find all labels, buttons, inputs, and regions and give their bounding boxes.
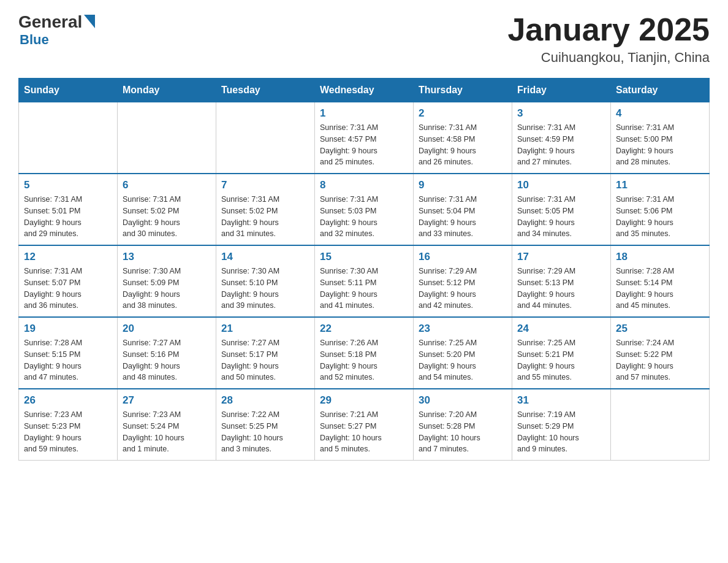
day-info: Sunrise: 7:31 AM Sunset: 5:05 PM Dayligh… xyxy=(517,194,605,240)
day-number: 28 xyxy=(221,394,309,407)
calendar-cell: 18Sunrise: 7:28 AM Sunset: 5:14 PM Dayli… xyxy=(611,245,710,317)
day-of-week-header: Saturday xyxy=(611,79,710,102)
calendar-cell: 8Sunrise: 7:31 AM Sunset: 5:03 PM Daylig… xyxy=(315,174,414,245)
day-of-week-header: Sunday xyxy=(19,79,118,102)
calendar-cell: 6Sunrise: 7:31 AM Sunset: 5:02 PM Daylig… xyxy=(118,174,216,245)
day-number: 3 xyxy=(517,107,605,120)
day-number: 4 xyxy=(616,107,704,120)
svg-marker-0 xyxy=(84,15,95,28)
day-number: 31 xyxy=(517,394,605,407)
day-info: Sunrise: 7:31 AM Sunset: 5:02 PM Dayligh… xyxy=(123,194,211,240)
day-number: 17 xyxy=(517,251,605,263)
day-number: 15 xyxy=(320,251,408,263)
day-info: Sunrise: 7:31 AM Sunset: 5:01 PM Dayligh… xyxy=(24,194,112,240)
calendar-cell: 27Sunrise: 7:23 AM Sunset: 5:24 PM Dayli… xyxy=(118,389,216,461)
day-number: 22 xyxy=(320,323,408,335)
calendar-cell: 10Sunrise: 7:31 AM Sunset: 5:05 PM Dayli… xyxy=(512,174,611,245)
calendar-cell: 17Sunrise: 7:29 AM Sunset: 5:13 PM Dayli… xyxy=(512,245,611,317)
day-number: 5 xyxy=(24,179,112,191)
day-number: 6 xyxy=(123,179,211,191)
day-info: Sunrise: 7:31 AM Sunset: 4:57 PM Dayligh… xyxy=(320,122,408,168)
day-info: Sunrise: 7:28 AM Sunset: 5:14 PM Dayligh… xyxy=(616,266,704,312)
calendar-cell: 21Sunrise: 7:27 AM Sunset: 5:17 PM Dayli… xyxy=(216,317,315,389)
calendar-cell: 12Sunrise: 7:31 AM Sunset: 5:07 PM Dayli… xyxy=(19,245,118,317)
day-number: 18 xyxy=(616,251,704,263)
calendar-week-row: 12Sunrise: 7:31 AM Sunset: 5:07 PM Dayli… xyxy=(19,245,710,317)
calendar-cell: 20Sunrise: 7:27 AM Sunset: 5:16 PM Dayli… xyxy=(118,317,216,389)
day-number: 12 xyxy=(24,251,112,263)
calendar-cell: 1Sunrise: 7:31 AM Sunset: 4:57 PM Daylig… xyxy=(315,102,414,174)
day-info: Sunrise: 7:30 AM Sunset: 5:10 PM Dayligh… xyxy=(221,266,309,312)
day-number: 7 xyxy=(221,179,309,191)
day-info: Sunrise: 7:19 AM Sunset: 5:29 PM Dayligh… xyxy=(517,409,605,455)
day-info: Sunrise: 7:27 AM Sunset: 5:17 PM Dayligh… xyxy=(221,337,309,383)
day-info: Sunrise: 7:27 AM Sunset: 5:16 PM Dayligh… xyxy=(123,337,211,383)
day-number: 14 xyxy=(221,251,309,263)
day-number: 24 xyxy=(517,323,605,335)
calendar-week-row: 26Sunrise: 7:23 AM Sunset: 5:23 PM Dayli… xyxy=(19,389,710,461)
day-number: 16 xyxy=(419,251,507,263)
day-info: Sunrise: 7:22 AM Sunset: 5:25 PM Dayligh… xyxy=(221,409,309,455)
day-number: 13 xyxy=(123,251,211,263)
day-info: Sunrise: 7:26 AM Sunset: 5:18 PM Dayligh… xyxy=(320,337,408,383)
title-block: January 2025 Cuihuangkou, Tianjin, China xyxy=(507,12,710,66)
day-of-week-header: Tuesday xyxy=(216,79,315,102)
day-info: Sunrise: 7:31 AM Sunset: 4:59 PM Dayligh… xyxy=(517,122,605,168)
day-of-week-header: Thursday xyxy=(414,79,512,102)
day-info: Sunrise: 7:29 AM Sunset: 5:13 PM Dayligh… xyxy=(517,266,605,312)
calendar-cell xyxy=(19,102,118,174)
day-number: 25 xyxy=(616,323,704,335)
calendar-cell: 30Sunrise: 7:20 AM Sunset: 5:28 PM Dayli… xyxy=(414,389,512,461)
day-number: 11 xyxy=(616,179,704,191)
calendar-cell: 23Sunrise: 7:25 AM Sunset: 5:20 PM Dayli… xyxy=(414,317,512,389)
day-info: Sunrise: 7:25 AM Sunset: 5:20 PM Dayligh… xyxy=(419,337,507,383)
calendar-cell: 5Sunrise: 7:31 AM Sunset: 5:01 PM Daylig… xyxy=(19,174,118,245)
calendar-cell: 24Sunrise: 7:25 AM Sunset: 5:21 PM Dayli… xyxy=(512,317,611,389)
day-number: 2 xyxy=(419,107,507,120)
day-info: Sunrise: 7:31 AM Sunset: 5:00 PM Dayligh… xyxy=(616,122,704,168)
month-title: January 2025 xyxy=(507,12,710,47)
day-number: 8 xyxy=(320,179,408,191)
day-info: Sunrise: 7:28 AM Sunset: 5:15 PM Dayligh… xyxy=(24,337,112,383)
day-of-week-header: Friday xyxy=(512,79,611,102)
day-info: Sunrise: 7:23 AM Sunset: 5:23 PM Dayligh… xyxy=(24,409,112,455)
logo: General Blue xyxy=(18,12,95,48)
calendar-cell xyxy=(118,102,216,174)
day-number: 10 xyxy=(517,179,605,191)
calendar-week-row: 19Sunrise: 7:28 AM Sunset: 5:15 PM Dayli… xyxy=(19,317,710,389)
calendar-cell: 3Sunrise: 7:31 AM Sunset: 4:59 PM Daylig… xyxy=(512,102,611,174)
day-info: Sunrise: 7:24 AM Sunset: 5:22 PM Dayligh… xyxy=(616,337,704,383)
calendar-week-row: 1Sunrise: 7:31 AM Sunset: 4:57 PM Daylig… xyxy=(19,102,710,174)
calendar-table: SundayMondayTuesdayWednesdayThursdayFrid… xyxy=(18,78,710,461)
calendar-cell: 19Sunrise: 7:28 AM Sunset: 5:15 PM Dayli… xyxy=(19,317,118,389)
day-info: Sunrise: 7:29 AM Sunset: 5:12 PM Dayligh… xyxy=(419,266,507,312)
calendar-cell: 2Sunrise: 7:31 AM Sunset: 4:58 PM Daylig… xyxy=(414,102,512,174)
calendar-cell: 11Sunrise: 7:31 AM Sunset: 5:06 PM Dayli… xyxy=(611,174,710,245)
day-number: 20 xyxy=(123,323,211,335)
day-number: 21 xyxy=(221,323,309,335)
day-info: Sunrise: 7:31 AM Sunset: 5:02 PM Dayligh… xyxy=(221,194,309,240)
day-info: Sunrise: 7:30 AM Sunset: 5:09 PM Dayligh… xyxy=(123,266,211,312)
calendar-cell: 9Sunrise: 7:31 AM Sunset: 5:04 PM Daylig… xyxy=(414,174,512,245)
day-of-week-header: Wednesday xyxy=(315,79,414,102)
location-text: Cuihuangkou, Tianjin, China xyxy=(507,50,710,66)
calendar-cell xyxy=(216,102,315,174)
calendar-cell: 16Sunrise: 7:29 AM Sunset: 5:12 PM Dayli… xyxy=(414,245,512,317)
calendar-cell: 15Sunrise: 7:30 AM Sunset: 5:11 PM Dayli… xyxy=(315,245,414,317)
day-info: Sunrise: 7:21 AM Sunset: 5:27 PM Dayligh… xyxy=(320,409,408,455)
day-info: Sunrise: 7:31 AM Sunset: 5:04 PM Dayligh… xyxy=(419,194,507,240)
logo-general-text: General xyxy=(18,12,82,32)
calendar-cell: 29Sunrise: 7:21 AM Sunset: 5:27 PM Dayli… xyxy=(315,389,414,461)
page-header: General Blue January 2025 Cuihuangkou, T… xyxy=(18,12,710,66)
calendar-cell xyxy=(611,389,710,461)
calendar-cell: 25Sunrise: 7:24 AM Sunset: 5:22 PM Dayli… xyxy=(611,317,710,389)
day-info: Sunrise: 7:31 AM Sunset: 5:03 PM Dayligh… xyxy=(320,194,408,240)
calendar-cell: 7Sunrise: 7:31 AM Sunset: 5:02 PM Daylig… xyxy=(216,174,315,245)
calendar-cell: 26Sunrise: 7:23 AM Sunset: 5:23 PM Dayli… xyxy=(19,389,118,461)
day-info: Sunrise: 7:25 AM Sunset: 5:21 PM Dayligh… xyxy=(517,337,605,383)
day-info: Sunrise: 7:31 AM Sunset: 5:07 PM Dayligh… xyxy=(24,266,112,312)
day-of-week-header: Monday xyxy=(118,79,216,102)
calendar-cell: 13Sunrise: 7:30 AM Sunset: 5:09 PM Dayli… xyxy=(118,245,216,317)
logo-blue-text: Blue xyxy=(20,32,95,48)
calendar-cell: 4Sunrise: 7:31 AM Sunset: 5:00 PM Daylig… xyxy=(611,102,710,174)
